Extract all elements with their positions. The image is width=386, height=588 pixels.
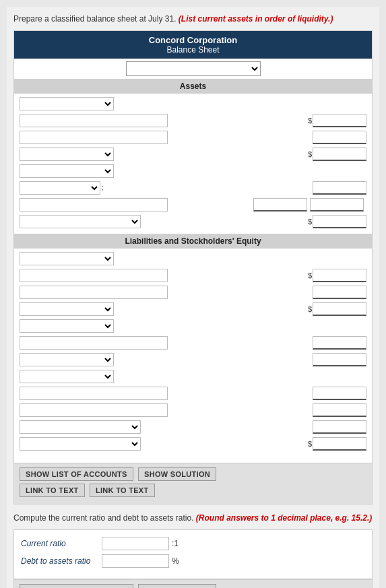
current-ratio-row: Current ratio :1 [21, 537, 365, 550]
asset-category-row-2: $ [20, 147, 366, 162]
dollar-sign-1: $ [308, 117, 312, 125]
button-row-3: Show List of Accounts Show Solution [20, 584, 366, 588]
liab-grand-total[interactable] [313, 437, 366, 451]
equity-item-input-1[interactable] [20, 387, 168, 400]
asset-item-row-1: $ [20, 113, 366, 128]
asset-amount-4[interactable] [313, 181, 366, 195]
liab-amount-5[interactable] [313, 353, 366, 366]
liab-item-row-2 [20, 285, 366, 300]
equity-item-row-1 [20, 386, 366, 401]
asset-item-input-1[interactable] [20, 114, 168, 127]
liab-item-input-2[interactable] [20, 286, 168, 299]
equity-total-amount-1[interactable] [313, 420, 366, 434]
liab-amount-2[interactable] [313, 286, 366, 299]
current-ratio-input[interactable] [102, 537, 169, 550]
assets-body: $ $ [14, 94, 372, 234]
asset-item-input-3[interactable] [20, 198, 168, 211]
asset-category-select-2[interactable] [20, 148, 114, 161]
current-ratio-label: Current ratio [21, 539, 102, 548]
dollar-sign-l1: $ [308, 271, 312, 280]
dollar-sign-l2: $ [308, 305, 312, 313]
liab-amount-4[interactable] [313, 336, 366, 350]
asset-item-row-4 [20, 197, 366, 212]
button-area-2: Show List of Accounts Show Solution [13, 579, 373, 588]
liab-amount-1[interactable] [313, 269, 366, 282]
asset-item-input-2[interactable] [20, 131, 168, 144]
liab-category-select-2[interactable] [20, 302, 114, 316]
asset-amount-3[interactable] [313, 148, 366, 161]
part2-instruction: Compute the current ratio and debt to as… [13, 513, 373, 524]
link-to-text-btn-2[interactable]: Link to Text [90, 484, 155, 497]
liab-category-row-1 [20, 251, 366, 266]
debt-ratio-row: Debt to assets ratio % [21, 554, 365, 568]
asset-item-row-2 [20, 130, 366, 145]
equity-item-row-2 [20, 403, 366, 418]
asset-sub-select-1[interactable] [20, 181, 100, 195]
button-row-1: Show List of Accounts Show Solution [20, 467, 366, 481]
balance-sheet: Concord Corporation Balance Sheet Assets [13, 30, 373, 504]
liab-category-row-4 [20, 352, 366, 367]
liab-item-row-3 [20, 335, 366, 350]
asset-category-select-1[interactable] [20, 97, 114, 110]
dollar-sign-l3: $ [308, 440, 312, 448]
liabilities-section-header: Liabilities and Stockholders' Equity [14, 234, 372, 249]
equity-amount-1[interactable] [313, 387, 366, 400]
debt-ratio-input[interactable] [102, 554, 169, 568]
liab-item-input-1[interactable] [20, 269, 168, 282]
show-list-btn-2[interactable]: Show List of Accounts [20, 584, 133, 588]
company-name: Concord Corporation [17, 35, 369, 45]
liab-category-row-5 [20, 369, 366, 384]
asset-total-right[interactable] [310, 198, 364, 211]
liabilities-body: $ $ [14, 249, 372, 460]
assets-section-header: Assets [14, 79, 372, 94]
dollar-sign-2: $ [308, 150, 312, 158]
liab-category-select-1[interactable] [20, 252, 114, 265]
show-solution-btn-2[interactable]: Show Solution [138, 584, 216, 588]
current-ratio-suffix: :1 [172, 539, 179, 548]
link-to-text-btn-1[interactable]: Link to Text [20, 484, 85, 497]
button-area-1: Show List of Accounts Show Solution Link… [14, 463, 372, 504]
show-list-btn-1[interactable]: Show List of Accounts [20, 467, 133, 481]
asset-category-row-3 [20, 164, 366, 178]
asset-amount-1[interactable] [313, 114, 366, 127]
asset-category-select-4[interactable] [20, 215, 141, 228]
equity-amount-2[interactable] [313, 403, 366, 417]
liab-category-row-2: $ [20, 302, 366, 317]
date-select[interactable] [126, 61, 261, 76]
liab-category-select-4[interactable] [20, 353, 114, 366]
instruction-text: Prepare a classified balance sheet at Ju… [13, 13, 373, 25]
asset-category-select-3[interactable] [20, 164, 114, 178]
liab-item-row-1: $ [20, 268, 366, 283]
ratios-container: Current ratio :1 Debt to assets ratio % [13, 529, 373, 579]
liab-item-input-3[interactable] [20, 336, 168, 350]
liab-amount-3[interactable] [313, 302, 366, 316]
asset-item-row-3: ; [20, 181, 366, 195]
equity-item-input-2[interactable] [20, 403, 168, 417]
equity-total-row-1 [20, 420, 366, 434]
date-row [14, 59, 372, 79]
show-solution-btn-1[interactable]: Show Solution [138, 467, 216, 481]
equity-total-select-1[interactable] [20, 420, 141, 434]
asset-category-row-4: $ [20, 214, 366, 229]
liab-category-select-5[interactable] [20, 370, 114, 383]
dollar-sign-3: $ [308, 218, 312, 226]
asset-amount-2[interactable] [313, 131, 366, 144]
asset-amount-5[interactable] [253, 198, 307, 211]
asset-category-row-1 [20, 96, 366, 111]
asset-grand-total[interactable] [313, 215, 366, 228]
liab-category-select-3[interactable] [20, 319, 114, 333]
liab-category-row-3 [20, 319, 366, 333]
sub-select-hint: ; [102, 184, 104, 191]
debt-ratio-suffix: % [172, 556, 179, 566]
debt-ratio-label: Debt to assets ratio [21, 556, 102, 566]
liab-grand-total-select[interactable] [20, 437, 141, 451]
button-row-2: Link to Text Link to Text [20, 484, 366, 497]
bs-header: Concord Corporation Balance Sheet [14, 31, 372, 59]
liab-grand-total-row: $ [20, 436, 366, 451]
sheet-title: Balance Sheet [17, 45, 369, 55]
